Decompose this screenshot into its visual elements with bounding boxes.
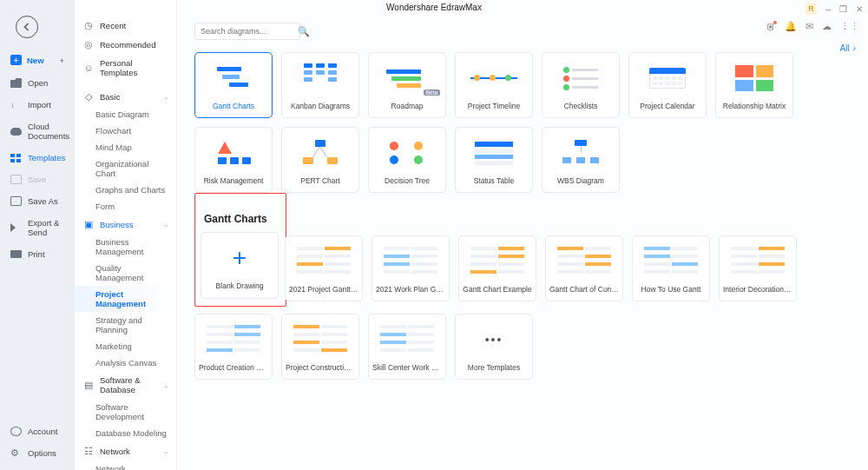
cat-basic-item[interactable]: Mind Map [75, 139, 176, 156]
cat-software-item[interactable]: Database Modeling [75, 425, 176, 441]
rail-options[interactable]: Options [0, 445, 75, 461]
rail-export[interactable]: Export & Send [0, 215, 75, 241]
cat-network-item[interactable]: Network [75, 460, 176, 470]
cat-basic[interactable]: ◇Basic⌄ [75, 87, 176, 106]
type-card-gantt[interactable]: Gantt Charts [194, 52, 273, 118]
apps-icon[interactable]: ⋮⋮ [840, 21, 859, 32]
template-card[interactable]: Project Construction Sche... [281, 314, 359, 380]
templates-icon [10, 154, 22, 162]
cat-business-item[interactable]: Analysis Canvas [75, 354, 176, 371]
minimize-button[interactable]: – [825, 4, 831, 14]
user-icon [10, 427, 22, 436]
user-avatar[interactable]: R [805, 3, 817, 15]
cat-basic-item[interactable]: Graphs and Charts [75, 182, 176, 198]
save-as-icon [10, 196, 22, 206]
cat-personal[interactable]: ☺Personal Templates [75, 54, 176, 82]
cat-business-item[interactable]: Quality Management [75, 260, 176, 286]
cat-software-item[interactable]: Software Development [75, 399, 176, 425]
type-card-wbs[interactable]: WBS Diagram [542, 127, 620, 193]
template-blank-drawing[interactable]: + Blank Drawing [201, 232, 279, 298]
gear-icon [10, 448, 22, 458]
clock-icon: ◷ [83, 20, 94, 30]
cat-network[interactable]: ☷Network⌄ [75, 441, 176, 460]
rail-print[interactable]: Print [0, 246, 75, 262]
chevron-down-icon: ⌄ [163, 447, 169, 455]
more-icon: ••• [485, 333, 503, 347]
bell-icon[interactable]: 🔔 [785, 21, 797, 32]
template-card[interactable]: Gantt Chart Example [458, 235, 536, 301]
template-card[interactable]: Skill Center Work Plan Gan... [368, 314, 446, 380]
templates-grid: 2021 Project Gantt Chart 2021 Work Plan … [285, 235, 856, 301]
cat-basic-item[interactable]: Flowchart [75, 122, 176, 139]
star-icon: ◎ [83, 39, 94, 50]
cat-recommended[interactable]: ◎Recommended [75, 35, 176, 54]
app-title: Wondershare EdrawMax [386, 3, 482, 12]
template-card[interactable]: Gantt Chart of Constructio... [545, 235, 623, 301]
type-card-roadmap[interactable]: Beta Roadmap [368, 52, 446, 118]
new-button[interactable]: + New + [5, 50, 69, 70]
rail-save: Save [0, 171, 75, 188]
chevron-down-icon: ⌄ [163, 221, 169, 228]
cloud-icon[interactable]: ☁ [822, 21, 832, 32]
cat-basic-item[interactable]: Form [75, 198, 176, 215]
template-more[interactable]: •••More Templates [455, 314, 533, 380]
maximize-button[interactable]: ❐ [839, 4, 847, 14]
cat-business-item-project-management[interactable]: Project Management [75, 286, 176, 312]
beta-badge: Beta [424, 89, 440, 96]
shapes-icon: ◇ [83, 91, 94, 102]
rail-templates[interactable]: Templates [0, 149, 75, 166]
all-link[interactable]: All› [840, 43, 856, 53]
cat-basic-item[interactable]: Basic Diagram [75, 106, 176, 122]
template-card[interactable]: Product Creation Gantt C... [194, 314, 273, 380]
import-icon [10, 100, 22, 109]
save-icon [10, 175, 22, 184]
plus-square-icon: + [10, 55, 22, 65]
highlight-box: Gantt Charts + Blank Drawing [194, 193, 286, 306]
cat-business-item[interactable]: Strategy and Planning [75, 312, 176, 338]
briefcase-icon: ▣ [83, 219, 94, 229]
chevron-right-icon: › [853, 43, 856, 53]
rail-cloud-documents[interactable]: Cloud Documents [0, 118, 75, 144]
type-card-risk[interactable]: Risk Management [194, 127, 273, 193]
rail-import[interactable]: Import [0, 96, 75, 113]
template-card[interactable]: 2021 Work Plan Gantt Chart [372, 235, 450, 301]
type-card-timeline[interactable]: Project Timeline [455, 52, 533, 118]
rail-save-as[interactable]: Save As [0, 193, 75, 209]
type-card-decision[interactable]: Decision Tree [368, 127, 446, 193]
plus-icon: + [59, 56, 64, 65]
type-card-checklists[interactable]: Checklists [542, 52, 620, 118]
upgrade-icon[interactable]: ⛨ [766, 22, 776, 32]
folder-icon [10, 78, 22, 88]
cat-basic-item[interactable]: Organizational Chart [75, 156, 176, 182]
database-icon: ▤ [83, 380, 94, 390]
search-icon[interactable]: 🔍 [298, 26, 310, 37]
diagram-type-grid: Gantt Charts Kanban Diagrams Beta Roadma… [194, 52, 856, 193]
template-card[interactable]: Interior Decoration Gantt C... [719, 235, 797, 301]
search-box[interactable]: 🔍 [194, 23, 300, 40]
type-card-status-table[interactable]: Status Table [455, 127, 533, 193]
cat-recent[interactable]: ◷Recent [75, 16, 176, 35]
message-icon[interactable]: ✉ [806, 21, 813, 32]
export-icon [10, 223, 22, 232]
chevron-down-icon: ⌄ [163, 381, 169, 389]
cloud-icon [10, 128, 22, 136]
rail-open[interactable]: Open [0, 75, 75, 91]
type-card-calendar[interactable]: Project Calendar [628, 52, 707, 118]
template-card[interactable]: How To Use Gantt [632, 235, 710, 301]
type-card-pert[interactable]: PERT Chart [281, 127, 359, 193]
template-card[interactable]: 2021 Project Gantt Chart [285, 235, 363, 301]
type-card-matrix[interactable]: Relationship Matrix [715, 52, 793, 118]
cat-business-item[interactable]: Business Management [75, 234, 176, 260]
chevron-down-icon: ⌄ [163, 93, 169, 101]
plus-icon: + [233, 244, 247, 272]
cat-business-item[interactable]: Marketing [75, 338, 176, 354]
search-input[interactable] [201, 27, 298, 36]
back-button[interactable] [16, 16, 38, 38]
rail-account[interactable]: Account [0, 423, 75, 440]
templates-grid-2: Product Creation Gantt C... Project Cons… [194, 314, 856, 380]
cat-business[interactable]: ▣Business⌄ [75, 215, 176, 234]
cat-software[interactable]: ▤Software & Database⌄ [75, 371, 176, 399]
network-icon: ☷ [83, 446, 94, 456]
type-card-kanban[interactable]: Kanban Diagrams [281, 52, 359, 118]
close-button[interactable]: ✕ [856, 4, 863, 14]
